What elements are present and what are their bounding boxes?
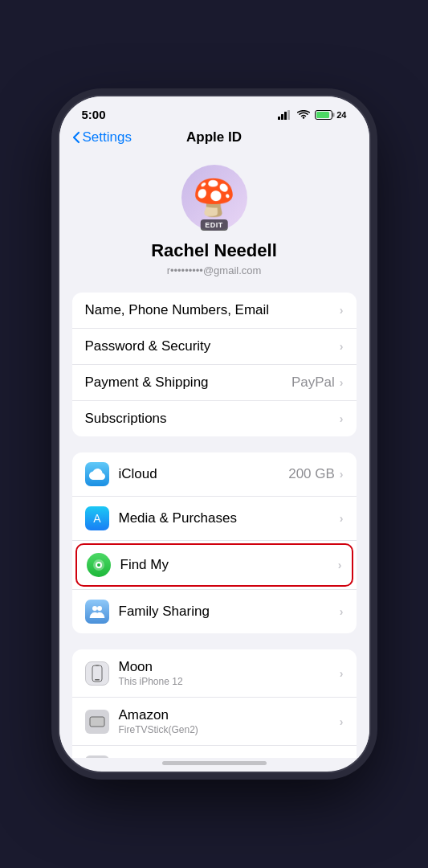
scroll-content: 🍄 EDIT Rachel Needell r•••••••••@gmail.c…	[59, 152, 369, 758]
svg-rect-16	[90, 717, 104, 727]
account-group: Name, Phone Numbers, Email › Password & …	[72, 293, 357, 436]
home-indicator	[162, 761, 267, 765]
icloud-value: 200 GB	[288, 466, 335, 482]
svg-point-12	[97, 606, 102, 611]
subscriptions-label: Subscriptions	[85, 411, 340, 427]
settings-row-find-my[interactable]: Find My ›	[75, 543, 353, 587]
iphone-device-icon	[85, 661, 109, 686]
name-phone-label: Name, Phone Numbers, Email	[85, 302, 340, 318]
payment-shipping-chevron: ›	[340, 376, 344, 389]
moon-info: Moon This iPhone 12	[119, 659, 340, 687]
settings-row-subscriptions[interactable]: Subscriptions ›	[72, 401, 357, 436]
svg-rect-6	[332, 113, 335, 117]
password-security-label: Password & Security	[85, 338, 340, 354]
settings-row-media-purchases[interactable]: A Media & Purchases ›	[72, 497, 357, 541]
settings-row-name-phone[interactable]: Name, Phone Numbers, Email ›	[72, 293, 357, 329]
amazon-info: Amazon FireTVStick(Gen2)	[119, 707, 340, 735]
amazon-sublabel: FireTVStick(Gen2)	[119, 724, 340, 735]
find-my-row-wrapper: Find My ›	[72, 543, 357, 590]
svg-rect-2	[284, 112, 287, 120]
svg-rect-5	[316, 112, 329, 118]
nav-bar: Settings Apple ID	[59, 126, 369, 152]
phone-frame: 5:00 24	[58, 95, 371, 773]
status-icons: 24	[278, 110, 346, 120]
firetv-device-icon	[85, 710, 109, 734]
svg-rect-15	[96, 665, 99, 665]
nav-title: Apple ID	[186, 129, 242, 145]
name-phone-chevron: ›	[340, 304, 344, 317]
find-my-label: Find My	[120, 557, 338, 573]
status-time: 5:00	[82, 108, 106, 121]
settings-row-moon[interactable]: Moon This iPhone 12 ›	[72, 649, 357, 698]
svg-rect-3	[287, 110, 290, 120]
profile-email: r•••••••••@gmail.com	[167, 264, 262, 276]
media-purchases-label: Media & Purchases	[119, 510, 340, 526]
svg-point-11	[92, 606, 97, 611]
amazon-chevron: ›	[340, 715, 344, 728]
firetv-svg	[89, 716, 105, 727]
moon-sublabel: This iPhone 12	[119, 676, 340, 687]
profile-name: Rachel Needell	[151, 240, 277, 261]
family-icon	[85, 600, 109, 624]
moon-chevron: ›	[340, 667, 344, 680]
icloud-label: iCloud	[119, 466, 289, 482]
back-button[interactable]: Settings	[72, 129, 132, 145]
back-label: Settings	[83, 129, 132, 145]
status-bar: 5:00 24	[59, 96, 369, 126]
password-security-chevron: ›	[340, 340, 344, 353]
appstore-icon: A	[85, 506, 109, 530]
subscriptions-chevron: ›	[340, 412, 344, 425]
devices-group: Moon This iPhone 12 › Amazon FireTVStick…	[72, 649, 357, 758]
svg-rect-14	[95, 679, 100, 681]
settings-row-payment-shipping[interactable]: Payment & Shipping PayPal ›	[72, 365, 357, 401]
svg-rect-0	[278, 117, 280, 120]
family-sharing-chevron: ›	[340, 605, 344, 618]
icloud-chevron: ›	[340, 468, 344, 481]
settings-row-family-sharing[interactable]: Family Sharing ›	[72, 590, 357, 633]
svg-rect-1	[281, 114, 283, 120]
findmy-icon	[87, 553, 111, 577]
services-group: iCloud 200 GB › A Media & Purchases ›	[72, 452, 357, 633]
amazon-label: Amazon	[119, 707, 340, 723]
avatar-container: 🍄 EDIT	[181, 165, 247, 231]
battery-percent: 24	[336, 110, 346, 120]
family-sharing-label: Family Sharing	[119, 604, 340, 620]
signal-icon	[278, 110, 292, 120]
payment-shipping-label: Payment & Shipping	[85, 375, 291, 391]
payment-shipping-value: PayPal	[291, 375, 335, 391]
svg-point-10	[97, 563, 100, 567]
battery-icon: 24	[315, 110, 346, 120]
moon-label: Moon	[119, 659, 340, 675]
settings-row-icloud[interactable]: iCloud 200 GB ›	[72, 452, 357, 497]
media-purchases-chevron: ›	[340, 512, 344, 525]
settings-row-living-room[interactable]: Living Room ›	[72, 746, 357, 758]
profile-section: 🍄 EDIT Rachel Needell r•••••••••@gmail.c…	[59, 152, 369, 293]
find-my-chevron: ›	[338, 559, 342, 571]
iphone-svg	[92, 665, 103, 682]
settings-row-password-security[interactable]: Password & Security ›	[72, 329, 357, 365]
settings-row-amazon[interactable]: Amazon FireTVStick(Gen2) ›	[72, 698, 357, 746]
back-chevron-icon	[72, 131, 80, 144]
icloud-icon	[85, 462, 109, 486]
svg-text:A: A	[93, 512, 101, 525]
livingroom-device-icon	[85, 755, 109, 758]
avatar-edit-badge[interactable]: EDIT	[200, 219, 228, 231]
wifi-icon	[297, 110, 310, 120]
